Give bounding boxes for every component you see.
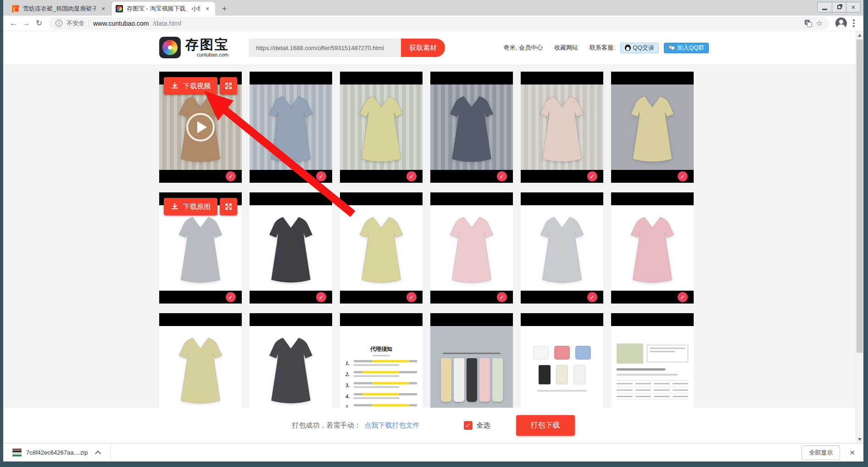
dress-image [262, 90, 320, 164]
selected-check-icon[interactable]: ✓ [226, 292, 236, 302]
tile-buttons: 下载视频 [164, 77, 237, 95]
media-grid: 下载视频 ✓ ✓ [159, 72, 694, 408]
media-tile[interactable]: ✓ [250, 192, 332, 304]
download-original-button[interactable]: 下载原图 [164, 198, 217, 215]
download-package-link[interactable]: 点我下载打包文件 [365, 421, 420, 430]
contact-service-label: 联系客服: [590, 44, 615, 52]
media-tile[interactable]: ✓ [250, 72, 332, 183]
selected-check-icon[interactable]: ✓ [678, 292, 688, 302]
fetch-group: 获取素材 [249, 39, 445, 57]
tile-image [340, 84, 423, 170]
media-tile[interactable]: 下载视频 ✓ [159, 72, 242, 183]
url-path: /data.html [153, 20, 181, 27]
selected-check-icon[interactable]: ✓ [497, 292, 507, 302]
refresh-button[interactable]: ↻ [33, 17, 45, 30]
page-info-icon[interactable]: i [56, 20, 62, 27]
join-qq-group-button[interactable]: 加入QQ群 [664, 43, 709, 53]
media-tile[interactable]: ✓ [521, 192, 603, 304]
media-tile[interactable] [430, 313, 513, 408]
fullscreen-expand-icon[interactable] [220, 77, 237, 95]
qq-chat-button[interactable]: QQ交谈 [620, 43, 659, 53]
show-all-downloads-button[interactable]: 全部显示 [801, 445, 840, 460]
tile-image [159, 84, 242, 170]
forward-button[interactable]: → [20, 17, 33, 30]
media-tile[interactable] [611, 313, 694, 408]
dress-image [623, 90, 682, 164]
tab-1688-product[interactable]: 雪纺连衣裙_韩国肉显瘦裙子2019 ✕ [8, 2, 111, 16]
dress-image [352, 211, 411, 285]
play-icon[interactable] [186, 113, 215, 141]
tab-close-icon[interactable]: ✕ [204, 5, 211, 12]
selected-check-icon[interactable]: ✓ [678, 171, 688, 181]
web-page: 存图宝 cuntubao.com 获取素材 奇米, 会员中心 收藏网站 联系客服… [3, 31, 863, 443]
back-button[interactable]: ← [7, 17, 20, 30]
media-tile[interactable]: 代理须知 1. 2. 3. 4. 5. [340, 313, 423, 408]
browser-window: 雪纺连衣裙_韩国肉显瘦裙子2019 ✕ 存图宝 - 淘宝视频下载、小红书 ✕ +… [3, 0, 863, 461]
selected-check-icon[interactable]: ✓ [587, 292, 597, 302]
favorite-site-link[interactable]: 收藏网站 [554, 44, 578, 52]
url-host: www.cuntubao.com [93, 20, 149, 27]
selected-check-icon[interactable]: ✓ [406, 292, 417, 302]
translate-icon[interactable] [805, 20, 812, 27]
selected-check-icon[interactable]: ✓ [406, 171, 417, 181]
tile-image [611, 84, 694, 170]
profile-avatar[interactable] [835, 17, 847, 29]
media-tile[interactable] [159, 313, 242, 408]
package-download-button[interactable]: 打包下载 [516, 415, 575, 436]
tile-image [521, 84, 603, 170]
chevron-up-icon[interactable] [95, 450, 101, 456]
restore-button[interactable] [832, 2, 846, 12]
media-tile[interactable]: ✓ [340, 192, 423, 304]
selected-check-icon[interactable]: ✓ [497, 171, 507, 181]
bookmark-star-icon[interactable]: ☆ [816, 19, 823, 28]
media-tile[interactable]: ✓ [430, 72, 513, 183]
clothes-rack-photo [430, 339, 513, 399]
media-tile[interactable]: ✓ [340, 72, 423, 183]
package-status-text: 打包成功，若需手动： [292, 421, 361, 430]
outfit-set-photo [521, 339, 603, 399]
scrollbar-thumb[interactable] [857, 39, 863, 353]
media-tile[interactable] [250, 313, 332, 408]
dress-image [623, 211, 682, 285]
tab-title: 存图宝 - 淘宝视频下载、小红书 [127, 5, 200, 13]
selected-check-icon[interactable]: ✓ [226, 171, 236, 181]
selected-check-icon[interactable]: ✓ [316, 171, 326, 181]
get-material-button[interactable]: 获取素材 [401, 39, 445, 57]
tab-bar: 雪纺连衣裙_韩国肉显瘦裙子2019 ✕ 存图宝 - 淘宝视频下载、小红书 ✕ +… [3, 0, 863, 16]
media-tile[interactable]: 下载原图 ✓ [159, 192, 242, 304]
downloaded-file-item[interactable]: 7c8f42ec64267aa....zip [3, 444, 111, 461]
tile-image [250, 84, 332, 170]
media-tile[interactable]: ✓ [611, 72, 694, 183]
new-tab-button[interactable]: + [218, 2, 231, 15]
member-center-link[interactable]: 奇米, 会员中心 [504, 44, 543, 52]
selected-check-icon[interactable]: ✓ [316, 292, 326, 302]
media-tile[interactable]: ✓ [430, 192, 513, 304]
scroll-down-icon[interactable] [856, 435, 863, 443]
minimize-button[interactable] [818, 2, 832, 12]
tile-image [521, 205, 603, 291]
menu-kebab-icon[interactable] [850, 19, 858, 27]
scroll-up-icon[interactable] [856, 31, 863, 39]
dress-image [442, 211, 501, 285]
close-button[interactable]: ✕ [846, 2, 860, 12]
media-tile[interactable] [521, 313, 603, 408]
tab-close-icon[interactable]: ✕ [100, 5, 107, 12]
material-url-input[interactable] [249, 39, 401, 57]
cuntubao-logo-icon [159, 37, 181, 58]
selected-check-icon[interactable]: ✓ [587, 171, 597, 181]
dress-image [171, 332, 230, 405]
url-field[interactable]: i 不安全 www.cuntubao.com /data.html ☆ [49, 17, 829, 30]
rar-file-icon [12, 449, 22, 457]
divider [89, 20, 89, 27]
site-logo[interactable]: 存图宝 cuntubao.com [159, 37, 229, 58]
tile-image [430, 84, 513, 170]
select-all-checkbox[interactable]: ✓ [464, 421, 473, 430]
shelf-close-icon[interactable]: ✕ [849, 449, 855, 457]
fullscreen-expand-icon[interactable] [220, 198, 237, 215]
tab-cuntubao[interactable]: 存图宝 - 淘宝视频下载、小红书 ✕ [111, 2, 215, 16]
media-tile[interactable]: ✓ [611, 192, 694, 304]
tile-image [430, 205, 513, 291]
download-video-button[interactable]: 下载视频 [164, 77, 217, 95]
page-scrollbar[interactable] [856, 31, 863, 443]
media-tile[interactable]: ✓ [521, 72, 603, 183]
